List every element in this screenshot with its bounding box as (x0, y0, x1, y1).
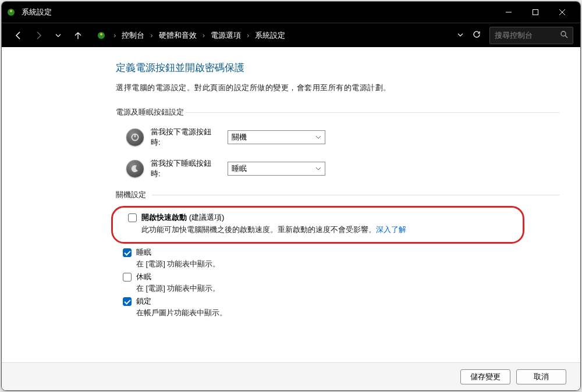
page-description: 選擇電腦的電源設定。對此頁面的設定所做的變更，會套用至所有的電源計劃。 (116, 83, 559, 93)
breadcrumb: › 控制台 › 硬體和音效 › 電源選項 › 系統設定 (96, 29, 449, 42)
maximize-button[interactable] (522, 2, 549, 23)
chevron-down-icon (315, 165, 321, 173)
svg-point-1 (10, 10, 12, 12)
svg-rect-3 (533, 10, 538, 15)
forward-button[interactable] (29, 26, 48, 45)
breadcrumb-icon (96, 30, 107, 41)
fast-startup-checkbox[interactable] (128, 213, 137, 222)
search-icon (560, 30, 568, 40)
learn-more-link[interactable]: 深入了解 (376, 225, 406, 234)
recent-dropdown-button[interactable] (48, 26, 68, 45)
hibernate-option-label: 休眠 (136, 272, 220, 282)
breadcrumb-item[interactable]: 硬體和音效 (157, 29, 199, 42)
lock-option-row: 鎖定 在帳戶圖片功能表中顯示。 (123, 296, 559, 318)
fast-startup-label: 開啟快速啟動 (建議選項) (141, 212, 406, 223)
hibernate-option-row: 休眠 在 [電源] 功能表中顯示。 (123, 272, 559, 294)
svg-line-9 (565, 35, 567, 38)
sleep-checkbox[interactable] (123, 248, 132, 257)
sleep-button-dropdown[interactable]: 睡眠 (228, 162, 325, 176)
titlebar: 系統設定 (2, 2, 580, 23)
power-button-label: 當我按下電源按鈕時: (151, 127, 221, 148)
footer: 儲存變更 取消 (2, 362, 580, 390)
hibernate-option-desc: 在 [電源] 功能表中顯示。 (136, 283, 220, 294)
breadcrumb-item[interactable]: 控制台 (119, 29, 147, 42)
search-input[interactable]: 搜尋控制台 (489, 27, 573, 44)
chevron-right-icon: › (201, 31, 206, 40)
sleep-button-row: 當我按下睡眠按鈕時: 睡眠 (126, 158, 559, 179)
chevron-right-icon: › (149, 31, 154, 40)
sleep-option-row: 睡眠 在 [電源] 功能表中顯示。 (123, 247, 559, 269)
breadcrumb-item[interactable]: 系統設定 (253, 29, 288, 42)
window-title: 系統設定 (22, 7, 495, 17)
save-button[interactable]: 儲存變更 (460, 369, 510, 384)
lock-option-label: 鎖定 (136, 296, 227, 307)
sleep-option-label: 睡眠 (136, 247, 220, 258)
section-shutdown-settings: 關機設定 (116, 190, 559, 200)
fast-startup-desc: 此功能可加快電腦關機之後的啟動速度。重新啟動的速度不會受影響。深入了解 (141, 224, 406, 235)
hibernate-checkbox[interactable] (123, 273, 132, 281)
app-icon (6, 8, 16, 17)
lock-option-desc: 在帳戶圖片功能表中顯示。 (136, 308, 227, 318)
power-icon (126, 129, 144, 146)
back-button[interactable] (9, 26, 29, 45)
chevron-right-icon: › (246, 31, 250, 40)
sleep-icon (126, 160, 144, 177)
up-button[interactable] (68, 26, 88, 45)
breadcrumb-item[interactable]: 電源選項 (208, 29, 243, 42)
section-button-settings: 電源及睡眠按鈕設定 (116, 107, 559, 117)
content: 定義電源按鈕並開啟密碼保護 選擇電腦的電源設定。對此頁面的設定所做的變更，會套用… (2, 47, 580, 362)
close-button[interactable] (549, 2, 576, 23)
refresh-button[interactable] (472, 30, 481, 41)
power-button-row: 當我按下電源按鈕時: 關機 (126, 127, 559, 148)
highlight-fast-startup: 開啟快速啟動 (建議選項) 此功能可加快電腦關機之後的啟動速度。重新啟動的速度不… (111, 206, 524, 244)
lock-checkbox[interactable] (123, 297, 132, 306)
breadcrumb-dropdown-icon[interactable] (457, 30, 464, 41)
power-button-dropdown[interactable]: 關機 (228, 130, 325, 144)
chevron-right-icon: › (112, 31, 117, 40)
svg-point-7 (100, 33, 102, 35)
page-title: 定義電源按鈕並開啟密碼保護 (116, 61, 559, 74)
chevron-down-icon (315, 133, 321, 142)
sleep-option-desc: 在 [電源] 功能表中顯示。 (136, 259, 220, 269)
sleep-button-label: 當我按下睡眠按鈕時: (151, 158, 221, 179)
fast-startup-row: 開啟快速啟動 (建議選項) 此功能可加快電腦關機之後的啟動速度。重新啟動的速度不… (128, 212, 514, 235)
svg-point-8 (561, 31, 566, 36)
minimize-button[interactable] (495, 2, 522, 23)
navbar: › 控制台 › 硬體和音效 › 電源選項 › 系統設定 搜尋控制台 (2, 23, 580, 47)
cancel-button[interactable]: 取消 (516, 369, 566, 384)
